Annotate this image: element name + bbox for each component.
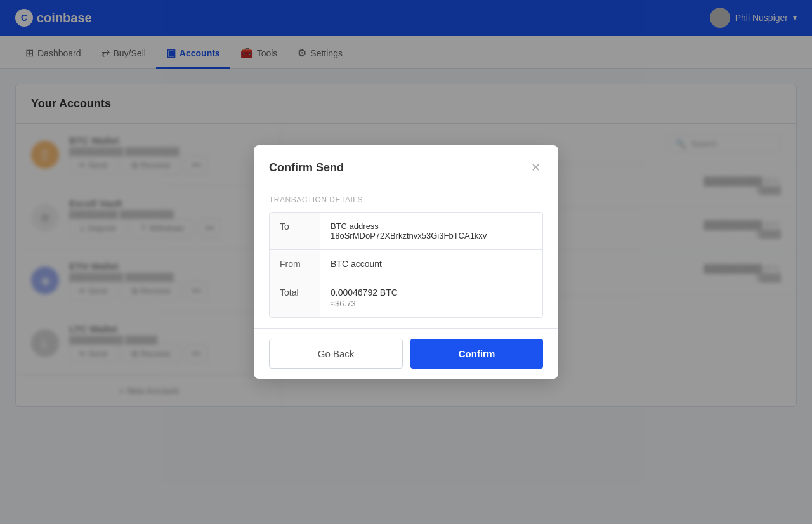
tx-val-to: BTC address 18oSrMDoP72XBrkztnvx53Gi3FbT… bbox=[320, 213, 542, 249]
modal-overlay: Confirm Send ✕ Transaction Details To BT… bbox=[0, 0, 812, 422]
tx-from-line1: BTC account bbox=[331, 259, 532, 269]
modal-body: Transaction Details To BTC address 18oSr… bbox=[254, 185, 558, 328]
tx-key-total: Total bbox=[270, 278, 320, 317]
tx-detail-from: From BTC account bbox=[270, 250, 542, 278]
tx-to-line1: BTC address bbox=[331, 221, 532, 231]
tx-details-label: Transaction Details bbox=[269, 195, 543, 204]
modal-footer: Go Back Confirm bbox=[254, 328, 558, 379]
tx-to-line2: 18oSrMDoP72XBrkztnvx53Gi3FbTCA1kxv bbox=[331, 231, 532, 240]
confirm-button[interactable]: Confirm bbox=[410, 339, 543, 369]
modal-close-button[interactable]: ✕ bbox=[528, 158, 543, 177]
modal-header: Confirm Send ✕ bbox=[254, 145, 558, 185]
tx-total-usd: ≈$6.73 bbox=[331, 299, 532, 308]
tx-key-to: To bbox=[270, 213, 320, 249]
tx-total-btc: 0.00046792 BTC bbox=[331, 287, 532, 298]
confirm-send-modal: Confirm Send ✕ Transaction Details To BT… bbox=[254, 145, 558, 379]
tx-val-from: BTC account bbox=[320, 250, 542, 278]
tx-details-table: To BTC address 18oSrMDoP72XBrkztnvx53Gi3… bbox=[269, 212, 543, 318]
tx-val-total: 0.00046792 BTC ≈$6.73 bbox=[320, 278, 542, 317]
modal-title: Confirm Send bbox=[269, 161, 344, 174]
tx-key-from: From bbox=[270, 250, 320, 278]
tx-detail-to: To BTC address 18oSrMDoP72XBrkztnvx53Gi3… bbox=[270, 213, 542, 250]
tx-detail-total: Total 0.00046792 BTC ≈$6.73 bbox=[270, 278, 542, 317]
go-back-button[interactable]: Go Back bbox=[269, 339, 403, 369]
